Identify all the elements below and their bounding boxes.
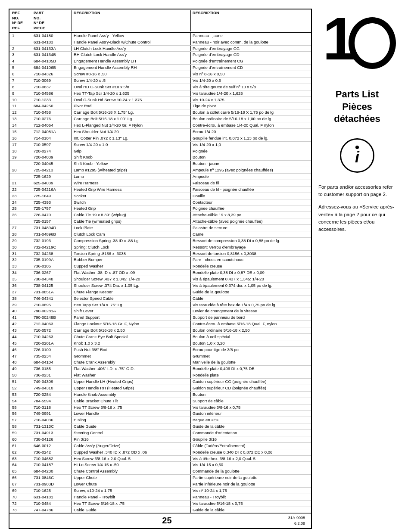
description-fr-cell: Poignée d'entraînement CD [190, 65, 309, 71]
table-row: 67731-0903DLower ChutePartie inférieure … [9, 481, 311, 488]
description-fr-cell: Guide de la câble [190, 507, 309, 513]
description-en-cell: Lock Plate [72, 225, 190, 231]
ref-cell: 11 [11, 103, 33, 109]
description-en-cell: Knob 1.0 x 3.2 [72, 340, 190, 346]
description-en-cell: Cable Guide [72, 507, 190, 513]
table-row: 30732-04219CSpring: Clutch LockRessort: … [9, 244, 311, 251]
table-row: 64710-04187Hi-Lo Screw 1/4-15 x .50Vis 1… [9, 462, 311, 468]
description-fr-cell: Vis à épaulement 0,374 dia. x 1,05 po de… [190, 283, 309, 289]
ref-cell: 62 [11, 449, 33, 455]
part-number-cell: 749-0991 [33, 411, 72, 417]
description-fr-cell: Ampoule nº 1295 (avec poignées chauffées… [190, 167, 309, 173]
description-en-cell: Cable Ass'y (Auger/Drive) [72, 443, 190, 449]
description-en-cell: Steering Control [72, 430, 190, 436]
ref-cell: 39 [11, 302, 33, 308]
description-fr-cell: Vis 1/4-20 x 1,0 [190, 142, 309, 148]
description-fr-cell: Partie supérieure noir de la goulotte [190, 475, 309, 481]
table-row: 62736-0242Cupped Washer .340 ID x .872 O… [9, 449, 311, 456]
table-row: 18720-0274GripPoignée [9, 148, 311, 155]
table-row: 23725-1649SocketDouille [9, 193, 311, 199]
part-number-cell: 735-0199A [33, 257, 72, 263]
ref-cell: 14 [11, 122, 33, 128]
description-en-cell: Flat Washer .38 ID x .87 OD x .09 [72, 270, 190, 276]
description-en-cell: Lamp [72, 174, 190, 180]
description-fr-cell: Ressort de torsion 0,8156 x 0,3038 [190, 251, 309, 257]
description-en-cell: Chute Crank Eye Bolt Special [72, 334, 190, 340]
table-row: 33736-0105Cupped WasherRondelle creuse [9, 263, 311, 270]
table-row: 29732-0193Compression Spring .38 ID x .8… [9, 238, 311, 244]
sidebar: 1 Parts List Pièces détachées i For part… [312, 9, 402, 529]
description-en-cell: Wire Harness [72, 180, 190, 186]
description-fr-cell: Pare - chocs en caoutchouc [190, 257, 309, 263]
ref-cell: 45 [11, 340, 33, 346]
description-en-cell: Upper Chute [72, 475, 190, 481]
part-number-cell: 736-0105 [33, 263, 72, 269]
part-number-cell: 684-04105B [33, 58, 72, 64]
description-en-cell: Flat Washer .406" I.D. x .75" O.D. [72, 366, 190, 372]
part-number-cell: 725-1649 [33, 193, 72, 199]
description-en-cell: Engagement Handle Assembly RH [72, 65, 190, 71]
part-number-cell: 710-04187 [33, 462, 72, 468]
description-fr-cell: Rondelle plate 0,38 DI x 0,87 DE x 0,09 [190, 270, 309, 276]
description-fr-cell: Rondelle plate [190, 372, 309, 378]
description-en-cell: Cable Guide [72, 423, 190, 429]
description-fr-cell: Poignée d'embrayage CG [190, 46, 309, 52]
ref-cell: 48 [11, 359, 33, 365]
desc-en-header: DESCRIPTION [72, 10, 190, 31]
table-row: 25725-1757Heated GripPoignée chauffée [9, 205, 311, 212]
part-number-cell: 631-04180 [33, 33, 72, 39]
ref-cell: 27 [11, 225, 33, 231]
main-content: REFNO.N° DERÉF PARTNO.N° DEPIÈCE DESCRIP… [9, 9, 312, 529]
table-row: 15712-04081AHex Shoulder Nut 1/4-20Écrou… [9, 129, 311, 135]
part-number-cell: 720-04045 [33, 161, 72, 167]
table-row: 720-04045Shift Knob - YellowBouton - jau… [9, 161, 311, 167]
part-number-cell: 725-04213 [33, 167, 72, 173]
chapter-number: 1 [318, 13, 396, 82]
part-number-cell: 710-0484 [33, 501, 72, 507]
part-number-cell: 710-0597 [33, 142, 72, 148]
ref-cell: 23 [11, 193, 33, 199]
ref-cell: 52 [11, 385, 33, 391]
part-number-cell: 716-04036 [33, 417, 72, 423]
table-row: 66731-0846CUpper ChutePartie supérieure … [9, 475, 311, 481]
part-number-cell: 710-04586 [33, 90, 72, 96]
description-fr-cell: Came [190, 231, 309, 237]
ref-cell: 13 [11, 116, 33, 122]
part-number-cell: 710-04326 [33, 71, 72, 77]
ref-cell: 9 [11, 90, 33, 96]
ref-cell: 26 [11, 212, 33, 218]
table-row: 70631-04181Handle Panel - TroybiltPannea… [9, 494, 311, 501]
table-row: 42712-04063Flange Locknut 5/16-18 Gr. F,… [9, 321, 311, 327]
description-fr-cell: Vis taraudée à tête hex de 1/4 x 0,75 po… [190, 302, 309, 308]
description-en-cell: Handle Panel - Troybilt [72, 494, 190, 500]
description-en-cell: Shoulder Screw .437 x 1.345: 1/4-20 [72, 276, 190, 282]
table-row: 51749-04309Upper Handle LH (Heated Grips… [9, 379, 311, 385]
table-row: 59731-04913Steering ControlCommande d'or… [9, 430, 311, 436]
description-fr-cell: Câble [190, 296, 309, 302]
table-row: 12710-0458Carriage Bolt 5/16-18 X 1.75" … [9, 109, 311, 116]
part-number-cell: 684-04104 [33, 359, 72, 365]
ref-cell: 7 [11, 78, 33, 84]
part-number-cell: 631-04133A [33, 46, 72, 52]
table-row: 32735-0199ARubber BumperPare - chocs en … [9, 257, 311, 263]
table-row: 58731-1313CCable GuideGuide de la câble [9, 423, 311, 430]
description-fr-cell: Tige de pivot [190, 103, 309, 109]
ref-cell: 51 [11, 379, 33, 385]
description-en-cell: Carriage Bolt 5/16-18 x 2.50 [72, 327, 190, 333]
description-fr-cell: Contre-écrou à embase 5/16-18 Qual. F, n… [190, 321, 309, 327]
description-en-cell: Hex L-Flanged Nut 1/4-20 Gr. F Nylon [72, 122, 190, 128]
ref-cell: 70 [11, 494, 33, 500]
ref-cell: 16 [11, 135, 33, 141]
part-number-cell: 684-04250 [33, 103, 72, 109]
part-number-cell: 710-0458 [33, 109, 72, 115]
description-fr-cell: Goupille fendue int. 0,072 x 1,13 po de … [190, 135, 309, 141]
part-number-cell: 725-0157 [33, 218, 72, 224]
description-en-cell: Lower Chute [72, 481, 190, 487]
table-row: 26726-0470Cable Tie 19 x 8.39" (w/plug)A… [9, 212, 311, 218]
description-fr-cell: Panneau - Troybilt [190, 494, 309, 500]
description-fr-cell: Panneau - noir avec comm. de la goulotte [190, 39, 309, 45]
description-fr-cell: Rondelle creuse 0,340 DI x 0,872 DE x 0,… [190, 449, 309, 455]
ref-cell: 61 [11, 443, 33, 449]
description-en-cell: E Ring [72, 417, 190, 423]
description-fr-cell: Rondelle plate 0,406 DI x 0,75 DE [190, 366, 309, 372]
